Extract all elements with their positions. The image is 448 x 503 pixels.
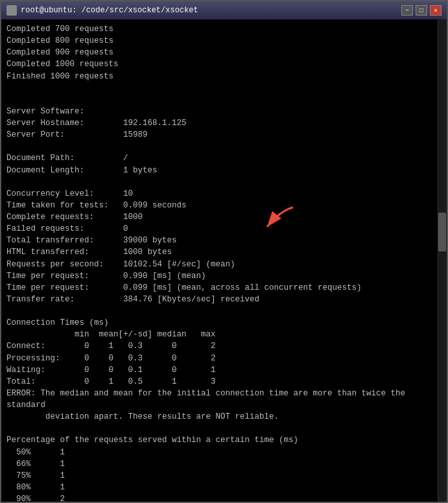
terminal-content: Completed 700 requests Completed 800 req… bbox=[6, 23, 442, 502]
minimize-button[interactable]: − bbox=[401, 5, 413, 16]
terminal-body[interactable]: Completed 700 requests Completed 800 req… bbox=[1, 19, 447, 502]
close-button[interactable]: ✕ bbox=[430, 5, 442, 16]
scrollbar[interactable] bbox=[438, 19, 447, 502]
maximize-button[interactable]: □ bbox=[416, 5, 427, 16]
titlebar: root@ubuntu: /code/src/xsocket/xsocket −… bbox=[1, 1, 447, 19]
window-title: root@ubuntu: /code/src/xsocket/xsocket bbox=[21, 6, 401, 15]
scrollbar-thumb[interactable] bbox=[438, 213, 446, 252]
terminal-icon bbox=[6, 5, 17, 16]
terminal-text: Completed 700 requests Completed 800 req… bbox=[6, 23, 431, 502]
terminal-window: root@ubuntu: /code/src/xsocket/xsocket −… bbox=[0, 0, 448, 503]
window-controls: − □ ✕ bbox=[401, 5, 442, 16]
